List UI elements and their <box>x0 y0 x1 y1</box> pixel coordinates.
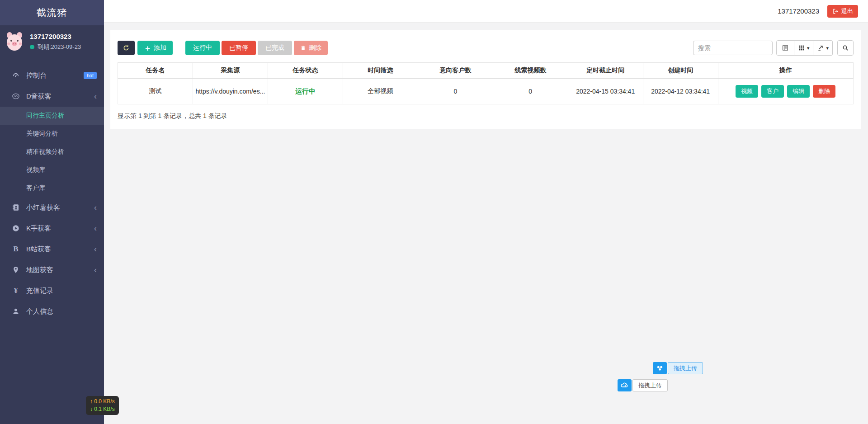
download-arrow-icon: ↓ <box>90 406 93 412</box>
col-lead-videos: 线索视频数 <box>493 63 568 79</box>
col-task-name: 任务名 <box>118 63 193 79</box>
sidebar-item-label: 控制台 <box>26 71 84 80</box>
submenu-label: 关键词分析 <box>26 130 58 138</box>
sidebar-item-xiaohongshu[interactable]: 小红薯获客 ‹ <box>0 197 104 218</box>
col-actions: 操作 <box>718 63 853 79</box>
douyin-submenu: 同行主页分析 关键词分析 精准视频分析 视频库 客户库 <box>0 107 104 197</box>
sidebar-item-douyin[interactable]: D音获客 ‹ <box>0 86 104 107</box>
sidebar: 截流猪 13717200323 到期:2023-09-23 <box>0 0 104 424</box>
row-delete-button[interactable]: 删除 <box>813 85 835 98</box>
drag-upload-button[interactable]: 拖拽上传 <box>632 379 668 391</box>
drag-upload-widget-cloud[interactable]: 拖拽上传 <box>618 379 668 391</box>
sidebar-subitem-precise-video[interactable]: 精准视频分析 <box>0 143 104 161</box>
drag-upload-widget-netdisk[interactable]: 拖拽上传 <box>653 362 703 374</box>
chevron-left-icon: ‹ <box>94 92 97 100</box>
cell-status: 运行中 <box>268 79 343 104</box>
chevron-left-icon: ‹ <box>94 224 97 232</box>
sidebar-item-console[interactable]: 控制台 hot <box>0 65 104 86</box>
sidebar-menu: 控制台 hot D音获客 ‹ 同行主页分析 关键词分析 精准视频分析 视频库 <box>0 65 104 322</box>
col-status: 任务状态 <box>268 63 343 79</box>
sidebar-item-label: 充值记录 <box>26 287 97 295</box>
sidebar-item-kuaishou[interactable]: K手获客 ‹ <box>0 218 104 239</box>
yen-icon: ¥ <box>11 286 21 295</box>
search-icon <box>842 44 849 52</box>
cell-deadline: 2022-04-15 03:34:41 <box>568 79 643 104</box>
sidebar-subitem-video-library[interactable]: 视频库 <box>0 161 104 179</box>
cell-intent-customers: 0 <box>418 79 493 104</box>
submenu-label: 同行主页分析 <box>26 112 64 120</box>
chevron-left-icon: ‹ <box>94 266 97 274</box>
sidebar-item-label: 个人信息 <box>26 307 97 316</box>
plus-icon: ＋ <box>144 43 151 53</box>
logout-button[interactable]: 退出 <box>827 5 858 18</box>
pagination-summary: 显示第 1 到第 1 条记录，总共 1 条记录 <box>118 112 854 120</box>
search-button[interactable] <box>837 40 854 56</box>
sidebar-item-label: D音获客 <box>26 92 94 101</box>
delete-button[interactable]: 删除 <box>294 41 328 55</box>
sidebar-item-bilibili[interactable]: B B站获客 ‹ <box>0 239 104 259</box>
sidebar-item-label: 小红薯获客 <box>26 203 94 212</box>
chevron-left-icon: ‹ <box>94 245 97 253</box>
sidebar-item-label: B站获客 <box>26 245 94 254</box>
user-avatar <box>4 31 25 52</box>
status-badge: 运行中 <box>295 87 316 95</box>
export-button[interactable]: ▾ <box>813 40 833 56</box>
filter-paused-button[interactable]: 已暂停 <box>222 41 256 55</box>
cell-task-name: 测试 <box>118 79 193 104</box>
sidebar-item-label: K手获客 <box>26 224 94 233</box>
col-time-filter: 时间筛选 <box>343 63 418 79</box>
detail-view-button[interactable] <box>776 40 794 56</box>
refresh-button[interactable] <box>118 41 135 55</box>
play-circle-icon <box>11 224 21 232</box>
table-header-row: 任务名 采集源 任务状态 时间筛选 意向客户数 线索视频数 定时截止时间 创建时… <box>118 63 854 79</box>
address-book-icon <box>11 203 21 212</box>
status-filter-group: 运行中 已暂停 已完成 删除 <box>185 41 328 55</box>
sidebar-item-map[interactable]: 地图获客 ‹ <box>0 259 104 280</box>
row-video-button[interactable]: 视频 <box>736 85 758 98</box>
network-speed-indicator: ↑ 0.0 KB/s ↓ 0.1 KB/s <box>86 396 119 415</box>
download-speed: 0.1 KB/s <box>94 406 114 412</box>
hot-badge: hot <box>84 72 97 79</box>
trash-icon <box>300 45 306 51</box>
toolbar: ＋ 添加 运行中 已暂停 已完成 删除 ▾ <box>118 40 854 56</box>
filter-done-button[interactable]: 已完成 <box>258 41 292 55</box>
search-input[interactable] <box>693 41 773 55</box>
sidebar-item-profile[interactable]: 个人信息 <box>0 301 104 322</box>
main-panel: ＋ 添加 运行中 已暂停 已完成 删除 ▾ <box>110 30 861 129</box>
task-table: 任务名 采集源 任务状态 时间筛选 意向客户数 线索视频数 定时截止时间 创建时… <box>118 62 854 104</box>
sidebar-item-recharge[interactable]: ¥ 充值记录 <box>0 280 104 301</box>
handshake-icon <box>11 92 21 100</box>
grid-view-button[interactable]: ▾ <box>794 40 814 56</box>
submenu-label: 客户库 <box>26 184 45 192</box>
cell-time-filter: 全部视频 <box>343 79 418 104</box>
sidebar-subitem-peer-homepage[interactable]: 同行主页分析 <box>0 107 104 125</box>
status-dot-icon <box>30 45 34 49</box>
col-created: 创建时间 <box>643 63 718 79</box>
user-panel: 13717200323 到期:2023-09-23 <box>0 25 104 59</box>
cell-created: 2022-04-12 03:34:41 <box>643 79 718 104</box>
detail-view-icon <box>782 44 789 52</box>
caret-down-icon: ▾ <box>826 45 829 51</box>
row-edit-button[interactable]: 编辑 <box>787 85 810 98</box>
topbar: 13717200323 退出 <box>104 0 868 23</box>
sidebar-item-label: 地图获客 <box>26 266 94 274</box>
cell-source: https://v.douyin.com/es... <box>193 79 268 104</box>
submenu-label: 精准视频分析 <box>26 148 64 156</box>
sidebar-subitem-customer-library[interactable]: 客户库 <box>0 179 104 197</box>
filter-running-button[interactable]: 运行中 <box>185 41 220 55</box>
view-toggle-group: ▾ ▾ <box>776 40 833 56</box>
letter-b-icon: B <box>11 245 21 254</box>
row-customer-button[interactable]: 客户 <box>761 85 784 98</box>
map-pin-icon <box>11 266 21 274</box>
col-deadline: 定时截止时间 <box>568 63 643 79</box>
add-button[interactable]: ＋ 添加 <box>137 41 173 55</box>
submenu-label: 视频库 <box>26 166 45 174</box>
sidebar-subitem-keyword[interactable]: 关键词分析 <box>0 125 104 143</box>
table-row: 测试 https://v.douyin.com/es... 运行中 全部视频 0… <box>118 79 854 104</box>
cloud-upload-icon <box>618 379 632 391</box>
drag-upload-button[interactable]: 拖拽上传 <box>668 362 703 374</box>
col-source: 采集源 <box>193 63 268 79</box>
person-icon <box>11 307 21 316</box>
col-intent-customers: 意向客户数 <box>418 63 493 79</box>
export-icon <box>817 44 824 52</box>
